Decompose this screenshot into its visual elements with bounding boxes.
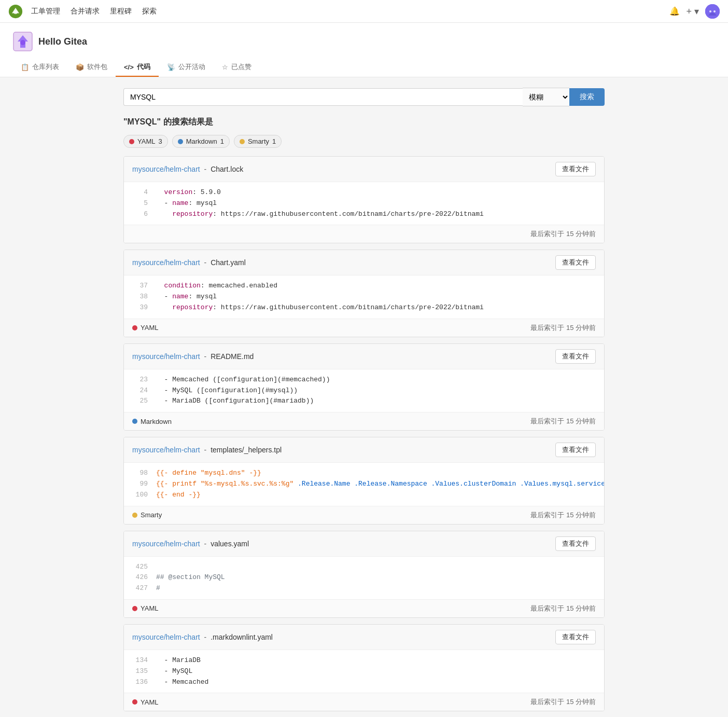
result-filename-2: Chart.yaml: [211, 258, 246, 267]
separator-5: -: [204, 540, 209, 548]
result-filename-4: templates/_helpers.tpl: [211, 446, 282, 454]
code-line: 25 - MariaDB ([configuration](#mariadb)): [132, 396, 596, 407]
tab-stars[interactable]: ☆ 已点赞: [214, 58, 260, 77]
code-line: 23 - Memcached ([configuration](#memcach…: [132, 375, 596, 385]
result-repo-link-2[interactable]: mysource/helm-chart: [132, 258, 200, 267]
view-file-btn-4[interactable]: 查看文件: [555, 443, 596, 457]
code-block-6: 134 - MariaDB 135 - MySQL 136 - Memcache…: [124, 650, 604, 693]
result-card-footer-4: Smarty 最后索引于 15 分钟前: [124, 506, 604, 524]
tab-code[interactable]: </> 代码: [116, 58, 159, 77]
lang-filter-markdown[interactable]: Markdown 1: [172, 135, 230, 148]
markdown-count: 1: [220, 137, 224, 145]
result-card-3: mysource/helm-chart - README.md 查看文件 23 …: [123, 343, 605, 431]
result-card-6: mysource/helm-chart - .markdownlint.yaml…: [123, 624, 605, 711]
svg-point-1: [14, 10, 18, 14]
tab-repos[interactable]: 📋 仓库列表: [12, 58, 67, 77]
activity-icon: 📡: [167, 63, 175, 71]
view-file-btn-3[interactable]: 查看文件: [555, 349, 596, 364]
smarty-label: Smarty: [248, 137, 269, 145]
nav-milestone[interactable]: 里程碑: [110, 5, 132, 18]
user-header-top: Hello Gitea: [12, 31, 716, 52]
result-card-footer-2: YAML 最后索引于 15 分钟前: [124, 319, 604, 337]
result-card-header-4: mysource/helm-chart - templates/_helpers…: [124, 437, 604, 463]
result-title-5: mysource/helm-chart - values.yaml: [132, 540, 249, 548]
last-indexed-5: 最后索引于 15 分钟前: [530, 604, 596, 613]
view-file-btn-6[interactable]: 查看文件: [555, 630, 596, 644]
search-form: 精确 模糊 搜索: [123, 88, 605, 106]
code-block-1: 4 version: 5.9.0 5 - name: mysql 6 repos…: [124, 182, 604, 225]
result-repo-link-1[interactable]: mysource/helm-chart: [132, 165, 200, 173]
result-filename-1: Chart.lock: [211, 165, 243, 173]
top-nav: 工单管理 合并请求 里程碑 探索 🔔 + ▾: [0, 0, 728, 23]
result-repo-link-4[interactable]: mysource/helm-chart: [132, 446, 200, 454]
yaml-label: YAML: [137, 137, 155, 145]
notification-icon[interactable]: 🔔: [669, 6, 680, 16]
nav-issue-management[interactable]: 工单管理: [31, 5, 60, 18]
result-card-5: mysource/helm-chart - values.yaml 查看文件 4…: [123, 531, 605, 618]
code-line: 100 {{- end -}}: [132, 490, 596, 501]
result-repo-link-3[interactable]: mysource/helm-chart: [132, 352, 200, 361]
lang-filter-yaml[interactable]: YAML 3: [123, 135, 168, 148]
markdown-label: Markdown: [186, 137, 217, 145]
separator-4: -: [204, 446, 209, 454]
add-icon[interactable]: + ▾: [686, 6, 699, 17]
result-card-header-2: mysource/helm-chart - Chart.yaml 查看文件: [124, 250, 604, 275]
code-line: 4 version: 5.9.0: [132, 187, 596, 198]
result-repo-link-6[interactable]: mysource/helm-chart: [132, 633, 200, 641]
last-indexed-1: 最后索引于 15 分钟前: [530, 229, 596, 239]
top-nav-right: 🔔 + ▾: [669, 4, 720, 19]
lang-filters: YAML 3 Markdown 1 Smarty 1: [123, 135, 605, 148]
fuzzy-select[interactable]: 精确 模糊: [523, 88, 569, 106]
search-input[interactable]: [123, 88, 523, 106]
svg-point-6: [20, 40, 25, 45]
code-line: 38 - name: mysql: [132, 292, 596, 302]
tab-activity[interactable]: 📡 公开活动: [159, 58, 214, 77]
code-line: 136 - Memcached: [132, 677, 596, 688]
separator-1: -: [204, 165, 209, 173]
svg-point-3: [709, 10, 711, 12]
yaml-count: 3: [158, 137, 162, 145]
nav-explore[interactable]: 探索: [142, 5, 157, 18]
view-file-btn-5[interactable]: 查看文件: [555, 536, 596, 551]
code-line: 135 - MySQL: [132, 666, 596, 677]
smarty-badge-label: Smarty: [141, 511, 162, 519]
result-card-1: mysource/helm-chart - Chart.lock 查看文件 4 …: [123, 156, 605, 243]
search-results-title: "MYSQL" 的搜索结果是: [123, 117, 605, 128]
result-filename-3: README.md: [211, 352, 254, 361]
repos-icon: 📋: [21, 63, 29, 71]
result-card-header-1: mysource/helm-chart - Chart.lock 查看文件: [124, 157, 604, 182]
svg-point-2: [705, 4, 720, 19]
last-indexed-6: 最后索引于 15 分钟前: [530, 697, 596, 707]
result-card-footer-1: 最后索引于 15 分钟前: [124, 225, 604, 243]
code-line: 427 #: [132, 583, 596, 594]
nav-merge-request[interactable]: 合并请求: [71, 5, 100, 18]
user-avatar[interactable]: [705, 4, 720, 19]
smarty-dot: [240, 139, 245, 144]
code-icon: </>: [124, 63, 134, 71]
code-line: 37 condition: memcached.enabled: [132, 281, 596, 292]
tab-packages[interactable]: 📦 软件包: [67, 58, 116, 77]
lang-badge-3: Markdown: [132, 418, 172, 425]
user-logo: [12, 31, 33, 52]
markdown-dot: [178, 139, 183, 144]
result-card-header-3: mysource/helm-chart - README.md 查看文件: [124, 344, 604, 369]
result-card-header-6: mysource/helm-chart - .markdownlint.yaml…: [124, 625, 604, 650]
stars-icon: ☆: [222, 63, 228, 71]
view-file-btn-2[interactable]: 查看文件: [555, 255, 596, 270]
view-file-btn-1[interactable]: 查看文件: [555, 162, 596, 176]
search-button[interactable]: 搜索: [569, 88, 605, 106]
last-indexed-4: 最后索引于 15 分钟前: [530, 511, 596, 520]
lang-filter-smarty[interactable]: Smarty 1: [234, 135, 282, 148]
code-line: 425: [132, 562, 596, 573]
lang-badge-2: YAML: [132, 324, 158, 332]
code-line: 426 ## @section MySQL: [132, 572, 596, 583]
result-title-6: mysource/helm-chart - .markdownlint.yaml: [132, 633, 273, 641]
yaml-dot: [129, 139, 134, 144]
last-indexed-2: 最后索引于 15 分钟前: [530, 323, 596, 333]
code-line: 134 - MariaDB: [132, 655, 596, 666]
result-title-2: mysource/helm-chart - Chart.yaml: [132, 258, 246, 267]
result-repo-link-5[interactable]: mysource/helm-chart: [132, 540, 200, 548]
lang-badge-5: YAML: [132, 604, 158, 612]
code-line: 6 repository: https://raw.githubusercont…: [132, 209, 596, 220]
result-card-footer-3: Markdown 最后索引于 15 分钟前: [124, 412, 604, 430]
